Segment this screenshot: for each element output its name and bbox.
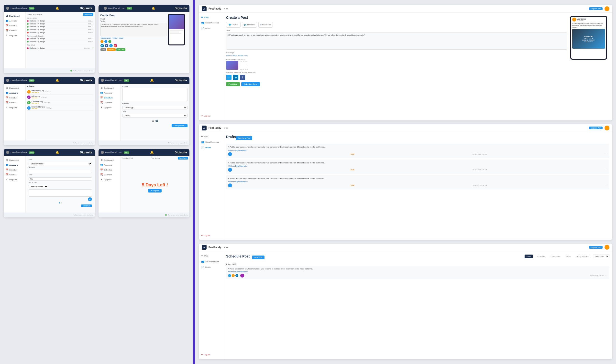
pp-logout-2[interactable]: ↩ Log out <box>199 233 223 238</box>
pp-twitter-icon[interactable]: 🐦 <box>226 75 231 80</box>
caption-input[interactable] <box>122 88 188 101</box>
sidebar-accounts-1[interactable]: 👥 Accounts <box>4 19 26 23</box>
tomorrow-title: Tomorrow's Schedule <box>27 35 93 37</box>
pp-sidebar-drafts-3[interactable]: 📄 Drafts <box>199 265 223 270</box>
sidebar-calender-5[interactable]: 📆 Calender <box>4 172 26 177</box>
pp-draft-more-1[interactable]: ⋯ <box>604 152 607 156</box>
sidebar-dashboard-1[interactable]: ⊞ Dashboard <box>4 14 26 18</box>
caption-textarea[interactable]: Tell me 'yes' by a constrained ignorant … <box>100 23 167 36</box>
sidebar-calender-4[interactable]: 📆 Calender <box>98 100 120 105</box>
send-button[interactable]: ➤ <box>88 197 92 201</box>
continue-button[interactable]: Continue <box>81 205 92 207</box>
title-input[interactable] <box>29 177 92 181</box>
post-later-button[interactable]: Post Later <box>116 48 125 51</box>
message-input[interactable] <box>29 189 92 197</box>
calender-icon-5: 📆 <box>6 173 8 176</box>
sidebar-dashboard-3[interactable]: ⊞ Dashboard <box>4 86 26 90</box>
pp-sidebar-post-1[interactable]: ✏ Post <box>199 15 223 20</box>
screen-body-1: ⊞ Dashboard 👥 Accounts 📅 Schedule 📆 Cale… <box>4 12 95 68</box>
pp-sidebar-drafts-1[interactable]: 📄 Drafts <box>199 26 223 31</box>
pp-upgrade-btn-2[interactable]: Upgrade Plan <box>589 127 603 129</box>
linkedin-tab[interactable]: in LinkedIn <box>242 22 257 28</box>
pp-logout-1[interactable]: ↩ Log out <box>199 113 223 118</box>
sidebar-upgrade-5[interactable]: ⬆ Upgrade <box>4 177 26 182</box>
pp-tab-apply[interactable]: Apply to Client <box>575 255 591 258</box>
pp-sidebar-drafts-2[interactable]: 📄 Drafts <box>199 145 223 150</box>
pp-post-now-btn[interactable]: Post Now <box>226 82 240 86</box>
image-upload-icon[interactable]: 🖼 <box>152 119 154 122</box>
pp-upgrade-btn-1[interactable]: Upgrade Plan <box>589 7 603 10</box>
sidebar-upgrade-3[interactable]: ⬆ Upgrade <box>4 105 26 110</box>
pp-sidebar-post-2[interactable]: ✏ Post <box>199 134 223 139</box>
sidebar-schedule-1[interactable]: 📅 Schedule <box>4 24 26 28</box>
platform-select[interactable]: #WhatsApp <box>122 106 188 109</box>
facebook-icon[interactable]: f <box>105 44 108 47</box>
pp-post-more-1[interactable]: ⋯ <box>605 274 607 277</box>
pp-logout-3[interactable]: ↩ Log out <box>199 352 223 357</box>
pp-sidebar-post-3[interactable]: ✏ Post <box>199 253 223 259</box>
instagram-icon[interactable]: ig <box>114 44 117 47</box>
pp-filter-select-1[interactable]: Select Filter <box>593 255 609 258</box>
nav-badge-1: PRO <box>29 7 34 10</box>
pp-sidebar-social-1[interactable]: 👥 Social Accounts <box>199 20 223 26</box>
sidebar-schedule-6[interactable]: 📅 Schedule <box>98 168 120 172</box>
pp-tab-likes[interactable]: Likes <box>564 255 573 258</box>
pp-tab-comments[interactable]: Comments <box>549 255 562 258</box>
twitter-icon[interactable]: t <box>109 44 113 47</box>
pp-tab-filter[interactable]: Filter <box>524 255 533 258</box>
time-select[interactable]: Sunday <box>122 114 188 117</box>
back-button[interactable]: Back <box>100 48 106 51</box>
sidebar-schedule-3[interactable]: 📅 Schedule <box>4 95 26 100</box>
preview-button[interactable]: Go to preview » <box>172 124 187 127</box>
twitter-tab[interactable]: 🐦 Twitter <box>226 22 241 28</box>
sidebar-upgrade-1[interactable]: ⬆ Upgrade <box>4 33 26 38</box>
video-upload-icon[interactable]: 📹 <box>155 119 158 122</box>
upgrade-button[interactable]: ⬆ Upgrade <box>148 189 161 193</box>
pp-caption-textarea[interactable]: A Public approach on how to communicate … <box>226 32 567 50</box>
pp-preview-vendor-text: VENDOR! TELL YOUR BRAND STORY LIKE BETER <box>583 35 595 42</box>
facebook-tab[interactable]: f Facebook <box>258 22 273 28</box>
sidebar-schedule-4[interactable]: 📅 Schedule <box>98 95 120 100</box>
linkedin-icon[interactable]: in <box>100 44 104 47</box>
phone-line-3 <box>170 33 181 34</box>
pp-tab-schedule[interactable]: Schedule <box>535 255 547 258</box>
pp-upgrade-btn-3[interactable]: Upgrade Plan <box>589 246 603 249</box>
schedule-item-time: 9:00 am <box>88 38 93 39</box>
sidebar-schedule-5[interactable]: 📅 Schedule <box>4 168 26 172</box>
add-new-post-btn[interactable]: Add New Post <box>236 136 252 140</box>
sidebar-dashboard-4[interactable]: ⊞ Dashboard <box>98 86 120 90</box>
sidebar-accounts-5[interactable]: 👥 Accounts <box>4 163 26 167</box>
sidebar-upgrade-6[interactable]: ⬆ Upgrade <box>98 177 120 182</box>
pp-facebook-icon[interactable]: f <box>240 75 245 80</box>
pp-sidebar-social-3[interactable]: 👥 Social Accounts <box>199 259 223 264</box>
pp-image-add[interactable] <box>240 61 248 70</box>
dashboard-icon-6: ⊞ <box>100 159 103 161</box>
nav-bar-4: User@email.com PRO 🔔 Digisuite <box>98 77 190 84</box>
pp-draft-more-3[interactable]: ⋯ <box>604 184 607 187</box>
pp-sidebar-social-2[interactable]: 👥 Social Accounts <box>199 140 223 145</box>
pp-new-post-btn-3[interactable]: New Post <box>252 256 264 259</box>
user-select[interactable]: Select an Option <box>29 162 92 165</box>
nav-bar-3: User@email.com PRO 🔔 Digisuite <box>4 77 95 84</box>
sidebar-calender-label-3: Calender <box>9 102 17 104</box>
pp-schedule-btn[interactable]: Schedule Post <box>241 82 260 86</box>
post-now-button[interactable]: Post Now <box>107 48 116 51</box>
bio-select[interactable]: Select an Option <box>29 185 48 188</box>
sidebar-calender-3[interactable]: 📆 Calender <box>4 100 26 105</box>
sidebar-dashboard-5[interactable]: ⊞ Dashboard <box>4 158 26 162</box>
sidebar-accounts-4[interactable]: 👥 Accounts <box>98 91 120 95</box>
account-input[interactable] <box>29 170 92 173</box>
pp-linkedin-icon[interactable]: in <box>233 75 238 80</box>
new-post-button[interactable]: New Post <box>83 13 93 16</box>
sidebar-upgrade-4[interactable]: ⬆ Upgrade <box>98 105 120 110</box>
sidebar-dashboard-6[interactable]: ⊞ Dashboard <box>98 158 120 162</box>
sidebar-calender-6[interactable]: 📆 Calender <box>98 172 120 177</box>
sidebar-accounts-6[interactable]: 👥 Accounts <box>98 163 120 167</box>
sidebar-calender-1[interactable]: 📆 Calender <box>4 28 26 33</box>
pp-draft-more-2[interactable]: ⋯ <box>604 168 607 171</box>
social-icon-sidebar-2: 👥 <box>201 141 204 143</box>
sidebar-accounts-3[interactable]: 👥 Accounts <box>4 91 26 95</box>
status-text-3: Tell us how to serve you better <box>73 142 93 144</box>
twitter-label: Twitter <box>232 24 238 26</box>
new-post-btn-6[interactable]: New Post <box>178 157 188 159</box>
